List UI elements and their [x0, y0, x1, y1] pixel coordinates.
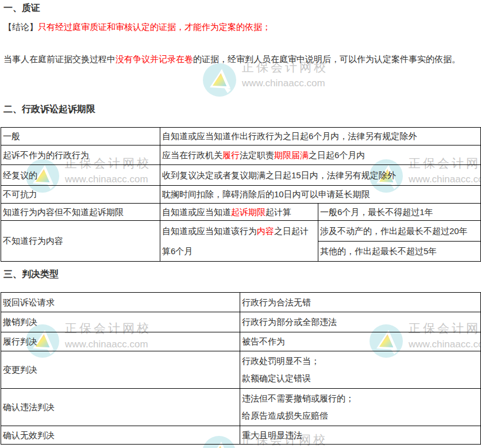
cell-text: 经复议的 [3, 170, 37, 180]
cell-text: 履行判决 [3, 336, 37, 346]
cell-text: 之日起6个月内 [309, 150, 365, 160]
table-cell: 行政行为合法无错 [240, 293, 481, 312]
table-row: 撤销判决行政行为部分或全部违法 [1, 312, 481, 332]
table-row: 确认无效判决重大且明显违法 [1, 426, 481, 445]
cell-text: 自知道或应当知道该行为 [162, 226, 257, 236]
cell-text: 确认无效判决 [3, 430, 55, 440]
table-cell: 涉及不动产的，作出起最长不超过20年 [318, 221, 481, 242]
table-cell: 其他的，作出起最长不超过5年 [318, 242, 481, 262]
table-cell: 一般6个月，最长不得超过1年 [318, 204, 481, 221]
cell-text: 撤销判决 [3, 317, 37, 327]
table-cell: 耽搁时间扣除，障碍消除后的10日内可以申请延长期限 [160, 186, 481, 204]
table-cell: 确认无效判决 [1, 426, 240, 445]
cell-text: 起计算 [265, 207, 291, 217]
cell-text: 重大且明显违法 [242, 430, 302, 440]
paragraph-text: 的证据，经审判人员在庭审中说明后，可以作为认定案件事实的依据。 [193, 54, 460, 64]
table-row: 起诉不作为的行政行为应当在行政机关履行法定职责期限届满之日起6个月内 [1, 145, 481, 165]
judgment-type-table: 驳回诉讼请求行政行为合法无错撤销判决行政行为部分或全部违法履行判决被告不作为变更… [1, 292, 481, 445]
cell-text: 不可抗力 [3, 189, 37, 199]
table-row: 确认违法判决违法但不需要撤销或履行的；给原告造成损失应赔偿 [1, 389, 481, 426]
table-cell: 确认违法判决 [1, 389, 240, 426]
cell-text: 自知道或应当知道 [162, 207, 231, 217]
table-cell: 应当在行政机关履行法定职责期限届满之日起6个月内 [160, 145, 481, 165]
table-cell: 知道行为内容但不知道起诉期限 [1, 204, 160, 221]
table-row: 经复议的收到复议决定或者复议期满之日起15日内，法律另有规定除外 [1, 165, 481, 186]
table-cell: 驳回诉讼请求 [1, 293, 240, 312]
table-row: 履行判决被告不作为 [1, 332, 481, 351]
table-cell: 不知道行为内容 [1, 221, 160, 262]
cell-text: 自知道或应当知道作出行政行为之日起6个月内，法律另有规定除外 [162, 131, 417, 141]
cell-text: 给原告造成损失应赔偿 [242, 407, 479, 424]
table-cell: 不可抗力 [1, 186, 160, 204]
cell-text: 行政处罚明显不当； [242, 353, 479, 370]
cell-text: 一般 [3, 131, 20, 141]
conclusion-line: 【结论】只有经过庭审质证和审核认定的证据，才能作为定案的依据； [3, 22, 271, 33]
cell-text: 违法但不需要撤销或履行的； [242, 390, 479, 407]
cell-text: 驳回诉讼请求 [3, 297, 55, 307]
paragraph-text: 当事人在庭前证据交换过程中 [3, 54, 116, 64]
cell-text: 其他的，作出起最长不超过5年 [320, 246, 437, 256]
table-row: 不知道行为内容自知道或应当知道该行为内容之日起计算6个月涉及不动产的，作出起最长… [1, 221, 481, 242]
section-heading-deadline: 二、行政诉讼起诉期限 [3, 104, 95, 116]
cell-text: 应当在行政机关 [162, 150, 222, 160]
cell-text: 收到复议决定或者复议期满之日起15日内，法律另有规定除外 [162, 170, 396, 180]
cell-text: 行政行为合法无错 [242, 297, 311, 307]
paragraph-highlight: 没有争议并记录在卷 [116, 54, 193, 64]
cell-text: 法定职责 [240, 150, 274, 160]
cell-text: 起诉不作为的行政行为 [3, 150, 89, 160]
cell-text-highlight: 内容 [257, 226, 274, 236]
cell-text-highlight: 履行 [222, 150, 240, 160]
table-cell: 一般 [1, 128, 160, 145]
cell-text: 不知道行为内容 [3, 236, 63, 246]
table-cell: 重大且明显违法 [240, 426, 481, 445]
section-heading-evidence: 一、质证 [3, 2, 40, 14]
table-cell: 变更判决 [1, 351, 240, 389]
page: 正保会计网校 www.chinaacc.com 正保会计网校 www.china… [0, 0, 481, 448]
table-row: 知道行为内容但不知道起诉期限自知道或应当知道起诉期限起计算一般6个月，最长不得超… [1, 204, 481, 221]
watermark-url-text: www.chinaacc.com [242, 78, 328, 89]
cell-text: 耽搁时间扣除，障碍消除后的10日内可以申请延长期限 [162, 189, 370, 199]
table-cell: 经复议的 [1, 165, 160, 186]
conclusion-text: 只有经过庭审质证和审核认定的证据，才能作为定案的依据； [38, 22, 271, 32]
cell-text-highlight: 起诉期限 [231, 207, 265, 217]
table-cell: 被告不作为 [240, 332, 481, 351]
table-cell: 自知道或应当知道作出行政行为之日起6个月内，法律另有规定除外 [160, 128, 481, 145]
cell-text: 知道行为内容但不知道起诉期限 [3, 207, 124, 217]
cell-text: 确认违法判决 [3, 402, 55, 412]
section-heading-judgment: 三、判决类型 [3, 269, 59, 281]
table-row: 驳回诉讼请求行政行为合法无错 [1, 293, 481, 312]
table-cell: 行政处罚明显不当；款额确定认定错误 [240, 351, 481, 389]
litigation-deadline-table: 一般自知道或应当知道作出行政行为之日起6个月内，法律另有规定除外起诉不作为的行政… [1, 127, 481, 262]
table-row: 变更判决行政处罚明显不当；款额确定认定错误 [1, 351, 481, 389]
cell-text: 行政行为部分或全部违法 [242, 317, 337, 327]
cell-text: 一般6个月，最长不得超过1年 [320, 207, 433, 217]
table-row: 不可抗力耽搁时间扣除，障碍消除后的10日内可以申请延长期限 [1, 186, 481, 204]
table-cell: 起诉不作为的行政行为 [1, 145, 160, 165]
cell-text-highlight: 期限届满 [274, 150, 309, 160]
cell-text: 被告不作为 [242, 336, 285, 346]
evidence-paragraph: 当事人在庭前证据交换过程中没有争议并记录在卷的证据，经审判人员在庭审中说明后，可… [3, 49, 479, 70]
table-cell: 自知道或应当知道起诉期限起计算 [160, 204, 318, 221]
table-cell: 自知道或应当知道该行为内容之日起计算6个月 [160, 221, 318, 262]
cell-text: 款额确定认定错误 [242, 370, 479, 387]
table-cell: 撤销判决 [1, 312, 240, 332]
table-cell: 收到复议决定或者复议期满之日起15日内，法律另有规定除外 [160, 165, 481, 186]
table-row: 一般自知道或应当知道作出行政行为之日起6个月内，法律另有规定除外 [1, 128, 481, 145]
table-cell: 履行判决 [1, 332, 240, 351]
cell-text: 涉及不动产的，作出起最长不超过20年 [320, 226, 468, 236]
table-cell: 行政行为部分或全部违法 [240, 312, 481, 332]
table-cell: 违法但不需要撤销或履行的；给原告造成损失应赔偿 [240, 389, 481, 426]
cell-text: 变更判决 [3, 365, 37, 374]
conclusion-label: 【结论】 [3, 22, 38, 32]
